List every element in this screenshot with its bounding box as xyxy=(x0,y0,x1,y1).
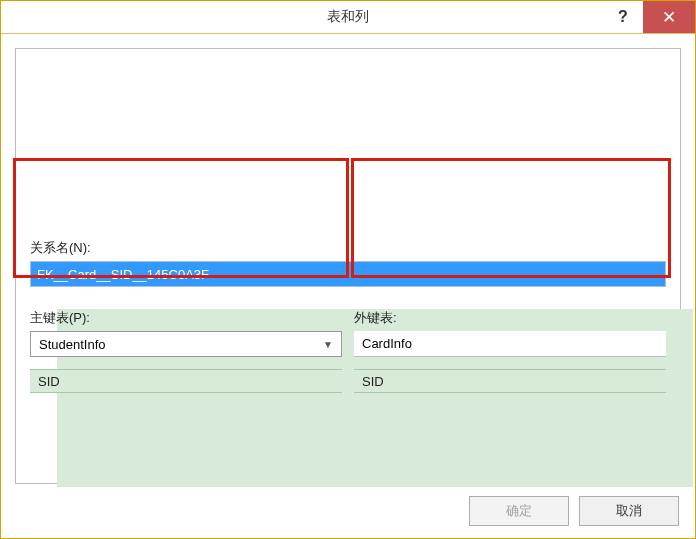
foreign-table-label: 外键表: xyxy=(354,309,666,327)
primary-table-selected: StudentInfo xyxy=(39,337,106,352)
titlebar: 表和列 ? ✕ xyxy=(1,1,695,34)
help-icon: ? xyxy=(618,8,628,26)
foreign-key-table-section: 外键表: CardInfo SID xyxy=(354,309,666,393)
foreign-table-value: CardInfo xyxy=(362,336,412,351)
foreign-table-name: CardInfo xyxy=(354,331,666,357)
cancel-button[interactable]: 取消 xyxy=(579,496,679,526)
help-button[interactable]: ? xyxy=(603,1,643,33)
foreign-column-cell[interactable]: SID xyxy=(354,369,666,393)
foreign-column-value: SID xyxy=(362,374,384,389)
cancel-button-label: 取消 xyxy=(616,502,642,520)
dialog-button-row: 确定 取消 xyxy=(1,484,695,538)
relation-name-input[interactable] xyxy=(30,261,666,287)
content-panel: 关系名(N): 主键表(P): StudentInfo ▼ SID 外键表: xyxy=(15,48,681,484)
close-button[interactable]: ✕ xyxy=(643,1,695,33)
ok-button-label: 确定 xyxy=(506,502,532,520)
primary-column-cell[interactable]: SID xyxy=(30,369,342,393)
close-icon: ✕ xyxy=(662,7,676,28)
primary-column-value: SID xyxy=(38,374,60,389)
dialog-window: 表和列 ? ✕ 关系名(N): 主键表(P): StudentInfo ▼ xyxy=(0,0,696,539)
chevron-down-icon: ▼ xyxy=(323,339,333,350)
tables-row: 主键表(P): StudentInfo ▼ SID 外键表: CardInfo xyxy=(30,309,666,393)
window-controls: ? ✕ xyxy=(603,1,695,33)
primary-table-select[interactable]: StudentInfo ▼ xyxy=(30,331,342,357)
window-title: 表和列 xyxy=(327,8,369,26)
relation-name-label: 关系名(N): xyxy=(30,239,666,257)
primary-table-label: 主键表(P): xyxy=(30,309,342,327)
primary-key-table-section: 主键表(P): StudentInfo ▼ SID xyxy=(30,309,342,393)
ok-button[interactable]: 确定 xyxy=(469,496,569,526)
dialog-body: 关系名(N): 主键表(P): StudentInfo ▼ SID 外键表: xyxy=(1,34,695,484)
